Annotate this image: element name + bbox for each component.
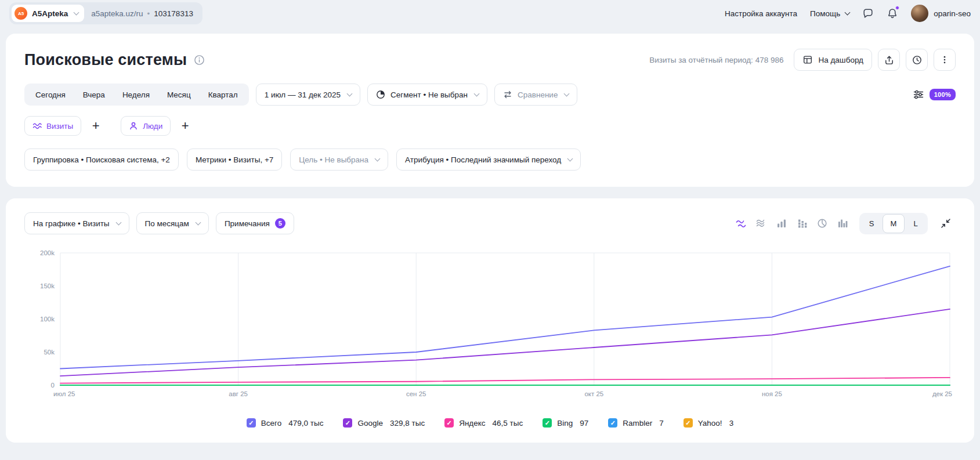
legend-item-rambler[interactable]: ✓Rambler7 bbox=[608, 418, 664, 428]
legend-label-total: Всего bbox=[261, 419, 281, 428]
metric-chip-people[interactable]: Люди bbox=[121, 116, 171, 136]
on-chart-dropdown[interactable]: На графике • Визиты bbox=[24, 212, 129, 234]
legend-item-yandex[interactable]: ✓Яндекс46,5 тыс bbox=[444, 418, 523, 428]
sampling-control[interactable]: 100% bbox=[913, 89, 956, 100]
legend-checkbox-yandex[interactable]: ✓ bbox=[444, 418, 454, 428]
legend-item-bing[interactable]: ✓Bing97 bbox=[543, 418, 588, 428]
chart-size-s[interactable]: S bbox=[860, 214, 883, 233]
legend-item-google[interactable]: ✓Google329,8 тыс bbox=[343, 418, 425, 428]
dashboard-icon bbox=[802, 55, 813, 65]
export-button[interactable] bbox=[878, 49, 900, 71]
compare-label: Сравнение bbox=[518, 90, 558, 99]
metrics-label: Метрики • Визиты, +7 bbox=[196, 155, 273, 164]
svg-text:авг 25: авг 25 bbox=[229, 390, 248, 397]
compare-icon bbox=[503, 90, 512, 99]
visits-chart-area: июл 25авг 25сен 25окт 25ноя 25дек 25050k… bbox=[24, 247, 956, 404]
dashboard-button[interactable]: На дашборд bbox=[794, 49, 872, 71]
counter-selector[interactable]: A5 A5Apteka bbox=[12, 5, 84, 22]
counter-domain[interactable]: a5apteka.uz/ru bbox=[91, 9, 143, 18]
topbar: A5 A5Apteka a5apteka.uz/ru • 103178313 Н… bbox=[0, 0, 980, 27]
info-icon[interactable] bbox=[194, 55, 205, 66]
visits-summary-value: 478 986 bbox=[755, 56, 784, 64]
person-icon bbox=[129, 121, 138, 131]
on-chart-label: На графике • Визиты bbox=[33, 219, 110, 228]
chevron-down-icon bbox=[74, 9, 79, 15]
counter-logo: A5 bbox=[15, 7, 27, 20]
legend-item-total[interactable]: ✓Всего479,0 тыс bbox=[247, 418, 324, 428]
segment-icon bbox=[376, 90, 385, 99]
legend-label-yandex: Яндекс bbox=[459, 419, 485, 428]
notification-dot bbox=[895, 6, 899, 10]
sliders-icon[interactable] bbox=[913, 89, 924, 100]
svg-text:150k: 150k bbox=[40, 282, 55, 289]
chart-type-histogram-icon[interactable] bbox=[833, 215, 851, 233]
counter-meta: a5apteka.uz/ru • 103178313 bbox=[91, 9, 193, 18]
user-menu[interactable]: oparin-seo bbox=[911, 5, 971, 22]
svg-text:дек 25: дек 25 bbox=[932, 390, 952, 397]
goal-dropdown[interactable]: Цель • Не выбрана bbox=[290, 148, 388, 171]
legend-item-yahoo[interactable]: ✓Yahoo!3 bbox=[684, 418, 733, 428]
report-header-card: Поисковые системы Визиты за отчётный пер… bbox=[6, 34, 974, 187]
period-tab-1[interactable]: Вчера bbox=[74, 86, 114, 103]
chart-size-switcher: SML bbox=[859, 213, 928, 234]
compare-dropdown[interactable]: Сравнение bbox=[494, 84, 577, 106]
more-menu-button[interactable] bbox=[934, 49, 956, 71]
segment-dropdown[interactable]: Сегмент • Не выбран bbox=[367, 84, 487, 106]
legend-checkbox-yahoo[interactable]: ✓ bbox=[684, 418, 693, 428]
chart-size-m[interactable]: M bbox=[883, 214, 905, 233]
collapse-chart-icon[interactable] bbox=[936, 213, 956, 233]
attribution-dropdown[interactable]: Атрибуция • Последний значимый переход bbox=[396, 148, 581, 171]
segment-label: Сегмент • Не выбран bbox=[390, 90, 468, 99]
sampling-badge[interactable]: 100% bbox=[930, 89, 956, 100]
period-tab-0[interactable]: Сегодня bbox=[27, 86, 74, 103]
chart-size-l[interactable]: L bbox=[905, 214, 927, 233]
metrics-dropdown[interactable]: Метрики • Визиты, +7 bbox=[187, 148, 282, 171]
svg-text:июл 25: июл 25 bbox=[53, 390, 75, 397]
notes-button[interactable]: Примечания 5 bbox=[216, 212, 294, 234]
chart-type-bars-icon[interactable] bbox=[772, 215, 790, 233]
help-menu[interactable]: Помощь bbox=[810, 9, 849, 18]
date-range-label: 1 июл — 31 дек 2025 bbox=[265, 90, 341, 99]
visits-line-chart[interactable]: июл 25авг 25сен 25окт 25ноя 25дек 25050k… bbox=[24, 247, 956, 403]
legend-label-google: Google bbox=[357, 419, 383, 428]
period-tab-4[interactable]: Квартал bbox=[200, 86, 247, 103]
avatar bbox=[911, 5, 928, 22]
chevron-down-icon bbox=[567, 155, 573, 161]
add-people-metric-button[interactable]: + bbox=[175, 116, 195, 136]
metric-chip-visits[interactable]: Визиты bbox=[24, 116, 81, 136]
period-grouping-dropdown[interactable]: По месяцам bbox=[136, 212, 209, 234]
legend-label-yahoo: Yahoo! bbox=[698, 419, 722, 428]
legend-checkbox-total[interactable]: ✓ bbox=[247, 418, 256, 428]
add-visits-metric-button[interactable]: + bbox=[86, 116, 106, 136]
chevron-down-icon bbox=[115, 219, 121, 225]
period-tabs: СегодняВчераНеделяМесяцКвартал bbox=[24, 84, 249, 106]
history-button[interactable] bbox=[906, 49, 928, 71]
goal-label: Цель • Не выбрана bbox=[299, 155, 368, 164]
svg-text:200k: 200k bbox=[40, 249, 55, 256]
legend-value-yandex: 46,5 тыс bbox=[493, 419, 523, 428]
legend-checkbox-google[interactable]: ✓ bbox=[343, 418, 352, 428]
grouping-dropdown[interactable]: Группировка • Поисковая система, +2 bbox=[24, 148, 179, 171]
svg-text:сен 25: сен 25 bbox=[406, 390, 426, 397]
period-tab-3[interactable]: Месяц bbox=[158, 86, 200, 103]
chart-type-pie-icon[interactable] bbox=[813, 215, 831, 233]
bell-icon[interactable] bbox=[887, 8, 898, 19]
period-tab-2[interactable]: Неделя bbox=[114, 86, 158, 103]
period-grouping-label: По месяцам bbox=[145, 219, 189, 228]
notes-count-badge: 5 bbox=[275, 218, 285, 229]
legend-checkbox-rambler[interactable]: ✓ bbox=[608, 418, 617, 428]
legend-value-bing: 97 bbox=[580, 419, 588, 428]
legend-checkbox-bing[interactable]: ✓ bbox=[543, 418, 552, 428]
account-settings-link[interactable]: Настройка аккаунта bbox=[725, 9, 797, 18]
waves-icon bbox=[32, 121, 42, 131]
chart-type-stacked-icon[interactable] bbox=[793, 215, 811, 233]
chart-type-line-icon[interactable] bbox=[732, 215, 750, 233]
visits-summary: Визиты за отчётный период: 478 986 bbox=[649, 56, 783, 64]
chat-icon[interactable] bbox=[862, 8, 874, 19]
chart-legend: ✓Всего479,0 тыс✓Google329,8 тыс✓Яндекс46… bbox=[24, 418, 956, 428]
visits-summary-label: Визиты за отчётный период: bbox=[649, 56, 753, 64]
legend-label-bing: Bing bbox=[557, 419, 573, 428]
date-range-picker[interactable]: 1 июл — 31 дек 2025 bbox=[256, 84, 360, 106]
metric-chip-visits-label: Визиты bbox=[46, 122, 73, 131]
chart-type-area-icon[interactable] bbox=[752, 215, 770, 233]
